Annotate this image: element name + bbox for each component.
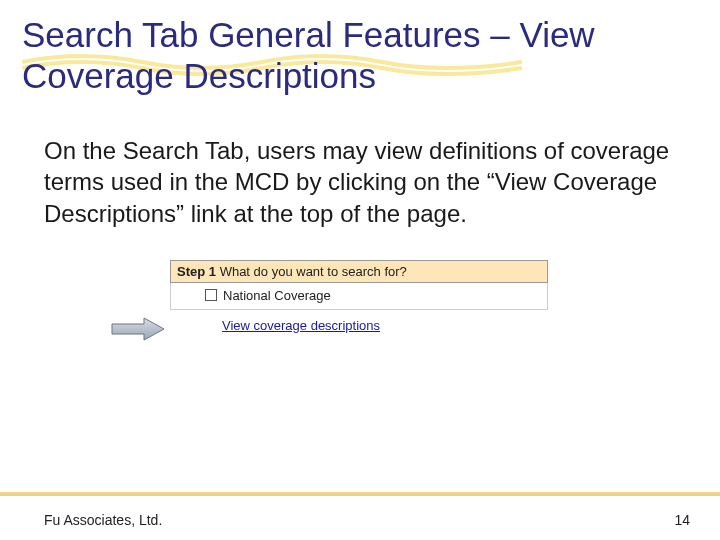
step-label: Step 1 <box>177 264 216 279</box>
footer: Fu Associates, Ltd. 14 <box>0 500 720 540</box>
national-coverage-label: National Coverage <box>223 288 331 303</box>
body-paragraph: On the Search Tab, users may view defini… <box>0 107 720 230</box>
step-question: What do you want to search for? <box>220 264 407 279</box>
national-coverage-row: National Coverage <box>170 283 548 310</box>
national-coverage-checkbox[interactable] <box>205 289 217 301</box>
slide-title: Search Tab General Features – View Cover… <box>22 14 720 97</box>
title-area: Search Tab General Features – View Cover… <box>0 0 720 107</box>
slide-number: 14 <box>674 512 690 528</box>
footer-divider <box>0 492 720 496</box>
link-row: View coverage descriptions <box>170 310 548 339</box>
screenshot-group: Step 1 What do you want to search for? N… <box>170 260 550 339</box>
arrow-icon <box>110 315 166 347</box>
view-coverage-descriptions-link[interactable]: View coverage descriptions <box>222 318 380 333</box>
svg-marker-0 <box>112 318 164 340</box>
footer-org: Fu Associates, Ltd. <box>44 512 162 528</box>
step-header: Step 1 What do you want to search for? <box>170 260 548 283</box>
